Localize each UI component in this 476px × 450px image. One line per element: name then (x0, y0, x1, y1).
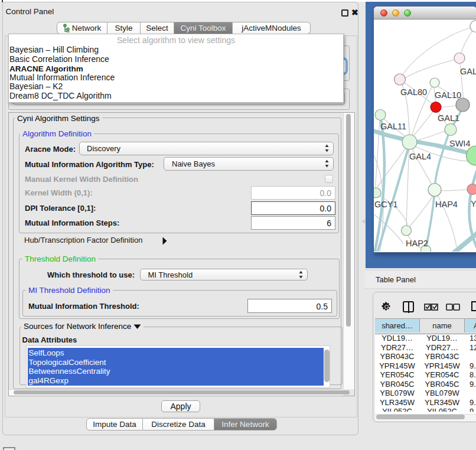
svg-text:GAL4: GAL4 (409, 152, 431, 161)
svg-text:GCY1: GCY1 (374, 200, 398, 209)
svg-text:GAL11: GAL11 (380, 122, 406, 131)
svg-text:GAL7: GAL7 (460, 67, 476, 76)
svg-text:Y: Y (471, 199, 476, 208)
svg-text:GAL1: GAL1 (438, 113, 459, 123)
svg-text:GAL80: GAL80 (400, 87, 427, 97)
svg-text:GAL10: GAL10 (435, 90, 461, 100)
svg-text:HAP2: HAP2 (406, 239, 428, 248)
svg-text:HAP4: HAP4 (435, 200, 458, 209)
svg-text:SWI4: SWI4 (449, 139, 470, 148)
